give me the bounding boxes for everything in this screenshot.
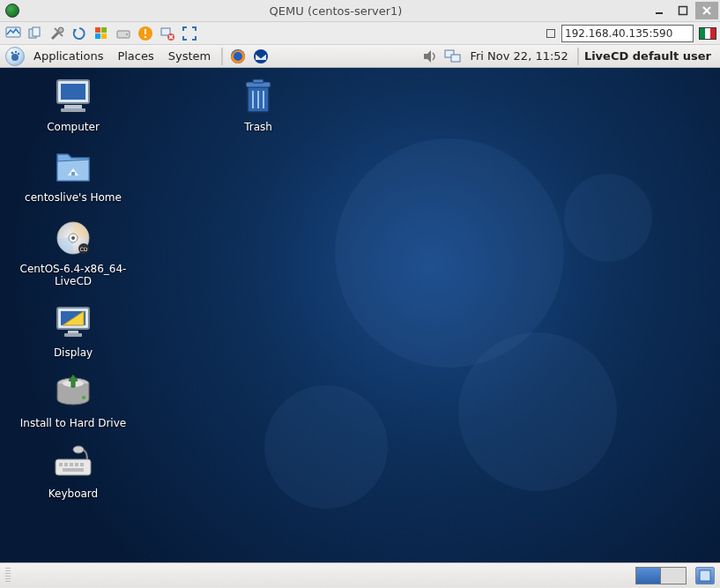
desktop-icon-display[interactable]: Display (7, 301, 139, 359)
svg-rect-13 (95, 33, 100, 39)
qemu-toolbar: 192.168.40.135:590 (0, 22, 720, 45)
window-titlebar: QEMU (centos-server1) (0, 0, 720, 22)
label: Keyboard (48, 488, 98, 500)
svg-rect-37 (61, 108, 85, 112)
hard-drive-icon (52, 371, 94, 413)
svg-point-62 (73, 446, 84, 453)
svg-point-54 (82, 396, 85, 399)
svg-rect-59 (75, 463, 78, 466)
qemu-emblem-icon (5, 4, 19, 18)
desktop-icon-trash[interactable]: Trash (192, 75, 324, 133)
gnome-bottom-panel (0, 562, 720, 587)
label: Install to Hard Drive (20, 417, 126, 429)
copy-icon[interactable] (26, 24, 45, 43)
show-desktop-button[interactable] (695, 567, 715, 584)
panel-handle-icon[interactable] (5, 568, 11, 584)
maximize-button[interactable] (672, 2, 694, 19)
svg-point-25 (11, 51, 14, 54)
user-label[interactable]: LiveCD default user (584, 49, 715, 63)
svg-rect-33 (451, 55, 460, 62)
minimize-button[interactable] (648, 2, 671, 19)
svg-rect-69 (700, 570, 710, 581)
label: Computer (47, 121, 100, 133)
svg-rect-55 (56, 459, 91, 475)
svg-point-26 (15, 50, 17, 52)
indicator-icon (546, 29, 555, 38)
svg-point-27 (18, 52, 19, 54)
network-icon[interactable] (443, 47, 463, 66)
separator (577, 48, 579, 65)
desktop[interactable]: Computer centoslive's Home CD CentOS-6.4… (0, 68, 720, 562)
label: Display (54, 346, 93, 359)
thunderbird-icon[interactable] (251, 47, 271, 66)
gnome-top-panel: Applications Places System Fri Nov 22, 1… (0, 45, 720, 68)
computer-icon (52, 75, 94, 117)
svg-point-29 (234, 52, 242, 61)
svg-rect-12 (101, 27, 107, 33)
menu-places[interactable]: Places (112, 48, 159, 64)
svg-rect-58 (70, 463, 73, 466)
menu-applications[interactable]: Applications (28, 48, 108, 64)
refresh-icon[interactable] (70, 24, 89, 43)
svg-point-42 (71, 236, 75, 240)
label: centoslive's Home (25, 191, 122, 204)
disc-icon: CD (52, 217, 94, 259)
svg-rect-20 (161, 28, 170, 35)
alert-icon[interactable] (136, 24, 155, 43)
separator (221, 48, 223, 65)
workspace-1[interactable] (636, 568, 661, 584)
svg-rect-56 (59, 463, 63, 466)
display-icon (52, 301, 94, 343)
folder-home-icon (52, 145, 94, 188)
svg-rect-61 (63, 468, 84, 472)
menu-system[interactable]: System (163, 48, 216, 64)
svg-text:CD: CD (80, 246, 88, 252)
windows-logo-icon[interactable] (92, 24, 111, 43)
svg-rect-35 (61, 84, 85, 100)
fullscreen-icon[interactable] (180, 24, 199, 43)
svg-rect-11 (95, 27, 100, 33)
workspace-2[interactable] (661, 568, 686, 584)
svg-rect-6 (33, 27, 40, 36)
ip-text: 192.168.40.135:590 (565, 27, 672, 40)
volume-icon[interactable] (420, 47, 440, 66)
firefox-icon[interactable] (228, 47, 248, 66)
svg-point-24 (11, 54, 19, 61)
gnome-foot-icon[interactable] (5, 47, 25, 66)
svg-rect-19 (145, 36, 146, 38)
monitor-icon[interactable] (4, 24, 23, 43)
svg-rect-48 (68, 331, 78, 333)
desktop-icon-livecd[interactable]: CD CentOS-6.4-x86_64- LiveCD (7, 217, 139, 288)
svg-rect-57 (64, 463, 68, 466)
svg-point-16 (126, 33, 128, 35)
svg-rect-36 (64, 105, 82, 108)
clock[interactable]: Fri Nov 22, 11:52 (466, 49, 571, 63)
desktop-icon-install[interactable]: Install to Hard Drive (7, 371, 139, 429)
svg-rect-65 (253, 79, 264, 83)
svg-marker-31 (424, 50, 431, 63)
svg-rect-49 (64, 333, 82, 337)
close-button[interactable] (695, 2, 718, 19)
tools-icon[interactable] (48, 24, 67, 43)
desktop-icon-keyboard[interactable]: Keyboard (7, 442, 139, 500)
keyboard-icon (52, 442, 94, 484)
label: Trash (244, 121, 272, 133)
label: CentOS-6.4-x86_64- LiveCD (20, 263, 127, 288)
trash-icon (237, 75, 279, 117)
svg-rect-1 (679, 7, 687, 15)
window-title: QEMU (centos-server1) (25, 4, 647, 18)
ip-address-field[interactable]: 192.168.40.135:590 (561, 25, 694, 42)
network-close-icon[interactable] (158, 24, 177, 43)
svg-rect-60 (80, 463, 84, 466)
desktop-icon-computer[interactable]: Computer (7, 75, 139, 133)
svg-rect-18 (145, 29, 146, 34)
desktop-icon-home[interactable]: centoslive's Home (7, 145, 139, 204)
flag-italy-icon[interactable] (699, 27, 716, 40)
drive-icon[interactable] (114, 24, 133, 43)
svg-rect-38 (71, 172, 75, 175)
workspace-switcher[interactable] (635, 567, 687, 584)
svg-rect-14 (101, 33, 107, 39)
